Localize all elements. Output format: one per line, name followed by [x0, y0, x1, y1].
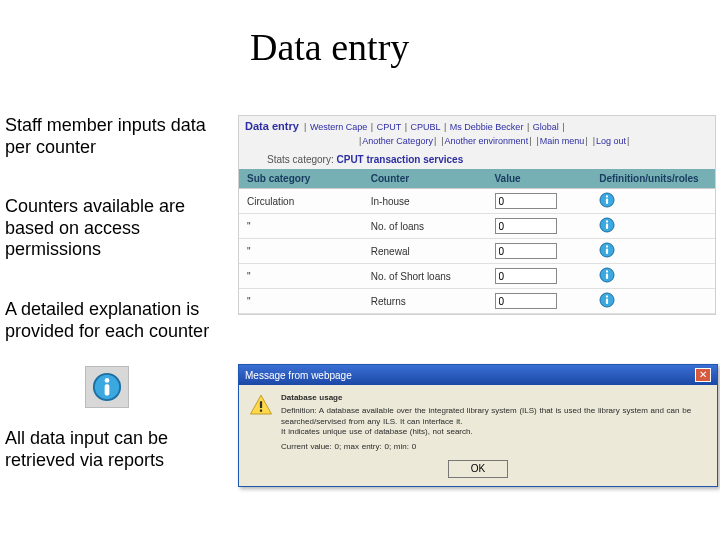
svg-rect-17: [606, 299, 608, 305]
svg-point-1: [105, 378, 110, 383]
left-column: Staff member inputs data per counter Cou…: [5, 115, 235, 509]
cell-info: [591, 189, 715, 214]
cell-subcategory: ": [239, 289, 363, 314]
bullet-1: Staff member inputs data per counter: [5, 115, 235, 158]
subnav-link[interactable]: Main menu: [540, 136, 585, 146]
cell-info: [591, 289, 715, 314]
table-row: "No. of Short loans: [239, 264, 715, 289]
dialog-line3: It indicates unique use of database (hit…: [281, 427, 707, 437]
info-icon[interactable]: [599, 242, 615, 258]
breadcrumb: | Western Cape | CPUT | CPUBL | Ms Debbi…: [302, 122, 565, 132]
svg-point-4: [606, 195, 608, 197]
table-row: "Returns: [239, 289, 715, 314]
panel-title: Data entry: [245, 120, 299, 132]
crumb[interactable]: CPUBL: [410, 122, 440, 132]
svg-rect-20: [260, 410, 262, 412]
svg-rect-14: [606, 274, 608, 280]
svg-point-13: [606, 270, 608, 272]
data-entry-panel: Data entry | Western Cape | CPUT | CPUBL…: [238, 115, 716, 315]
bullet-4: All data input can be retrieved via repo…: [5, 428, 235, 471]
cell-counter: In-house: [363, 189, 487, 214]
dialog-title: Message from webpage: [245, 370, 352, 381]
cell-subcategory: Circulation: [239, 189, 363, 214]
svg-point-7: [606, 220, 608, 222]
stats-value: CPUT transaction services: [336, 154, 463, 165]
cell-value: [487, 189, 592, 214]
subnav-link[interactable]: Another Category: [362, 136, 433, 146]
svg-rect-5: [606, 199, 608, 205]
cell-subcategory: ": [239, 239, 363, 264]
dialog-line1: Database usage: [281, 393, 707, 403]
cell-subcategory: ": [239, 264, 363, 289]
dialog-line4: Current value: 0; max entry: 0; min: 0: [281, 442, 707, 452]
info-icon[interactable]: [599, 267, 615, 283]
value-input[interactable]: [495, 193, 557, 209]
crumb[interactable]: Western Cape: [310, 122, 367, 132]
col-definition: Definition/units/roles: [591, 169, 715, 189]
slide-title: Data entry: [250, 25, 409, 69]
value-input[interactable]: [495, 293, 557, 309]
info-icon-large: [85, 366, 129, 408]
panel-subnav: |Another Category| |Another environment|…: [239, 136, 715, 150]
dialog-text: Database usage Definition: A database av…: [281, 393, 707, 452]
warning-icon: [249, 393, 273, 452]
col-counter: Counter: [363, 169, 487, 189]
cell-info: [591, 239, 715, 264]
svg-rect-8: [606, 224, 608, 230]
cell-counter: Returns: [363, 289, 487, 314]
info-icon[interactable]: [599, 292, 615, 308]
svg-rect-11: [606, 249, 608, 255]
col-value: Value: [487, 169, 592, 189]
cell-counter: No. of Short loans: [363, 264, 487, 289]
cell-value: [487, 214, 592, 239]
value-input[interactable]: [495, 243, 557, 259]
table-row: "Renewal: [239, 239, 715, 264]
cell-counter: Renewal: [363, 239, 487, 264]
svg-point-16: [606, 295, 608, 297]
cell-counter: No. of loans: [363, 214, 487, 239]
cell-value: [487, 289, 592, 314]
subnav-link[interactable]: Another environment: [445, 136, 529, 146]
crumb[interactable]: Global: [533, 122, 559, 132]
table-row: "No. of loans: [239, 214, 715, 239]
cell-value: [487, 239, 592, 264]
stats-category: Stats category: CPUT transaction service…: [239, 150, 715, 169]
cell-info: [591, 214, 715, 239]
table-row: CirculationIn-house: [239, 189, 715, 214]
bullet-2: Counters available are based on access p…: [5, 196, 235, 261]
subnav-link[interactable]: Log out: [596, 136, 626, 146]
panel-header: Data entry | Western Cape | CPUT | CPUBL…: [239, 116, 715, 136]
counters-table: Sub category Counter Value Definition/un…: [239, 169, 715, 314]
cell-info: [591, 264, 715, 289]
col-subcategory: Sub category: [239, 169, 363, 189]
stats-label-text: Stats category:: [267, 154, 334, 165]
info-icon[interactable]: [599, 192, 615, 208]
close-icon[interactable]: ✕: [695, 368, 711, 382]
svg-point-10: [606, 245, 608, 247]
svg-rect-19: [260, 401, 262, 408]
value-input[interactable]: [495, 218, 557, 234]
cell-subcategory: ": [239, 214, 363, 239]
ok-button[interactable]: OK: [448, 460, 508, 478]
crumb[interactable]: CPUT: [377, 122, 402, 132]
message-dialog: Message from webpage ✕ Database usage De…: [238, 364, 718, 487]
value-input[interactable]: [495, 268, 557, 284]
info-icon[interactable]: [599, 217, 615, 233]
dialog-line2: Definition: A database available over th…: [281, 406, 707, 427]
cell-value: [487, 264, 592, 289]
crumb[interactable]: Ms Debbie Becker: [450, 122, 524, 132]
bullet-3: A detailed explanation is provided for e…: [5, 299, 235, 342]
dialog-titlebar: Message from webpage ✕: [239, 365, 717, 385]
svg-rect-2: [105, 384, 110, 395]
